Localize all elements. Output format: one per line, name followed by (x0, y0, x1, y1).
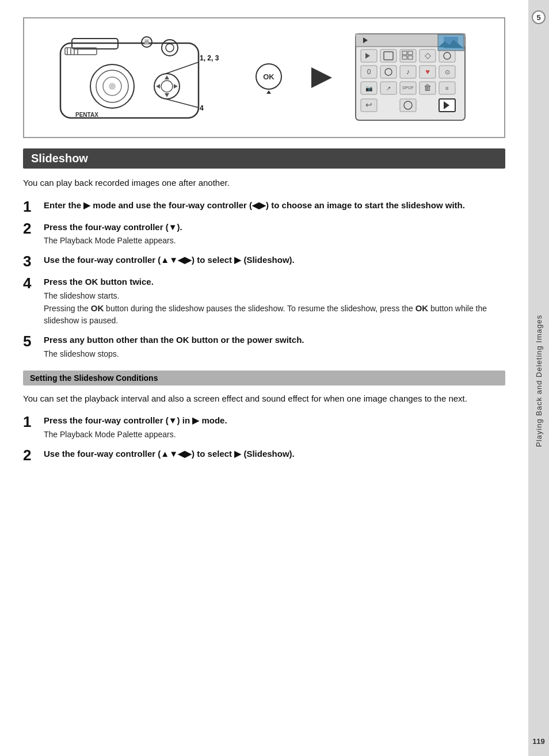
sub-steps-list: 1 Press the four-way controller (▼) in ▶… (23, 414, 505, 463)
step-4-content: Press the OK button twice. The slideshow… (44, 276, 505, 327)
step-2-number: 2 (23, 221, 44, 236)
steps-list: 1 Enter the ▶ mode and use the four-way … (23, 199, 505, 360)
svg-text:↗: ↗ (386, 85, 391, 91)
step-3-number: 3 (23, 254, 44, 269)
svg-point-7 (162, 40, 178, 56)
step-2-title: Press the four-way controller (▼). (44, 221, 505, 234)
step-2-content: Press the four-way controller (▼). The P… (44, 221, 505, 247)
svg-line-23 (166, 99, 199, 108)
step-3-title: Use the four-way controller (▲▼◀▶) to se… (44, 254, 505, 267)
step-4-body: The slideshow starts. Pressing the OK bu… (44, 290, 505, 327)
sub-intro-text: You can set the playback interval and al… (23, 392, 505, 406)
step-4-number: 4 (23, 276, 44, 291)
svg-rect-46 (380, 66, 396, 78)
svg-point-10 (144, 40, 149, 44)
svg-text:PENTAX: PENTAX (75, 112, 98, 118)
svg-line-22 (166, 62, 199, 74)
label-1-2-3: 1, 2, 3 (200, 54, 219, 62)
sub-step-1-body: The Playback Mode Palette appears. (44, 429, 505, 441)
step-1-title: Enter the ▶ mode and use the four-way co… (44, 199, 505, 212)
svg-marker-19 (156, 84, 160, 89)
page-number: 119 (532, 737, 545, 746)
svg-rect-42 (439, 49, 455, 62)
svg-text:DPOF: DPOF (402, 86, 413, 90)
diagram-area: PENTAX 1, 2, 3 4 OK (23, 17, 505, 138)
svg-point-8 (166, 44, 174, 52)
section-title: Slideshow (23, 148, 505, 169)
svg-marker-17 (165, 75, 169, 79)
sub-step-2-title: Use the four-way controller (▲▼◀▶) to se… (44, 448, 505, 461)
step-2: 2 Press the four-way controller (▼). The… (23, 221, 505, 247)
step-2-body: The Playback Mode Palette appears. (44, 235, 505, 247)
svg-marker-18 (165, 93, 169, 97)
svg-text:≡: ≡ (445, 85, 449, 91)
sub-step-1-number: 1 (23, 414, 44, 429)
svg-text:↩: ↩ (365, 100, 372, 109)
step-5-body: The slideshow stops. (44, 348, 505, 360)
arrow-diagram (304, 67, 339, 88)
svg-text:🗑: 🗑 (424, 83, 432, 92)
step-3-content: Use the four-way controller (▲▼◀▶) to se… (44, 254, 505, 267)
sub-step-2-content: Use the four-way controller (▲▼◀▶) to se… (44, 448, 505, 461)
camera-diagram: PENTAX 1, 2, 3 4 (49, 26, 233, 129)
sub-step-2: 2 Use the four-way controller (▲▼◀▶) to … (23, 448, 505, 463)
step-5-number: 5 (23, 334, 44, 349)
sub-section-title: Setting the Slideshow Conditions (23, 371, 505, 385)
step-5-title: Press any button other than the OK butto… (44, 334, 505, 347)
svg-text:OK: OK (263, 72, 274, 81)
svg-text:♪: ♪ (406, 67, 410, 76)
svg-text:📷: 📷 (365, 85, 373, 92)
step-5: 5 Press any button other than the OK but… (23, 334, 505, 360)
step-1-number: 1 (23, 199, 44, 214)
sub-step-2-number: 2 (23, 448, 44, 463)
right-tab: 5 Playing Back and Deleting Images 119 (528, 0, 549, 756)
step-5-content: Press any button other than the OK butto… (44, 334, 505, 360)
main-content: PENTAX 1, 2, 3 4 OK (0, 0, 528, 756)
intro-text: You can play back recorded images one af… (23, 177, 505, 190)
svg-marker-27 (266, 90, 271, 94)
screen-diagram: ◇ 0 ♪ ♥ ⊙ (353, 31, 479, 125)
step-1: 1 Enter the ▶ mode and use the four-way … (23, 199, 505, 214)
tab-chapter-text: Playing Back and Deleting Images (535, 24, 543, 737)
svg-point-16 (161, 81, 173, 92)
svg-text:◇: ◇ (425, 51, 431, 60)
ok-button-diagram: OK (251, 60, 286, 95)
svg-text:⊙: ⊙ (445, 68, 450, 75)
tab-chapter-number: 5 (532, 10, 546, 24)
step-1-content: Enter the ▶ mode and use the four-way co… (44, 199, 505, 212)
step-4-title: Press the OK button twice. (44, 276, 505, 289)
svg-text:♥: ♥ (425, 67, 430, 76)
svg-text:0: 0 (367, 68, 371, 76)
svg-marker-20 (174, 84, 178, 89)
sub-step-1-content: Press the four-way controller (▼) in ▶ m… (44, 414, 505, 441)
svg-point-14 (109, 83, 116, 90)
to-select-text: to select (197, 449, 232, 459)
step-4: 4 Press the OK button twice. The slidesh… (23, 276, 505, 327)
label-4: 4 (200, 104, 204, 112)
sub-step-1-title: Press the four-way controller (▼) in ▶ m… (44, 414, 505, 427)
step-3: 3 Use the four-way controller (▲▼◀▶) to … (23, 254, 505, 269)
sub-step-1: 1 Press the four-way controller (▼) in ▶… (23, 414, 505, 441)
